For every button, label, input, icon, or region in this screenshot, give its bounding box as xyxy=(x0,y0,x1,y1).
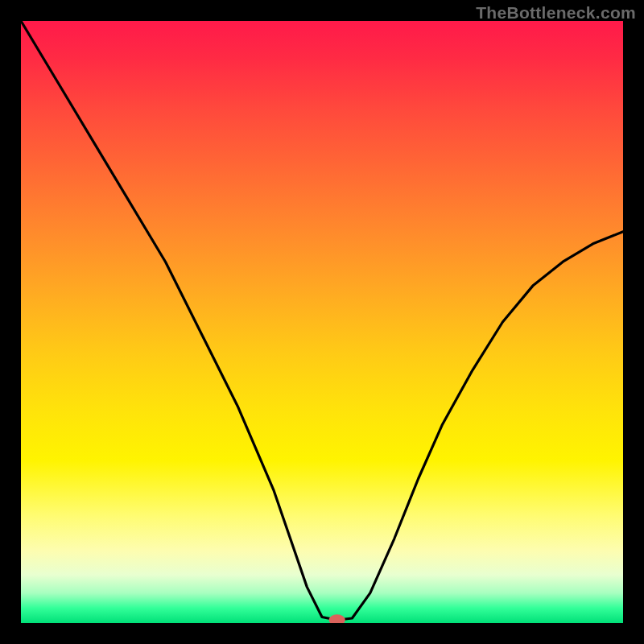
bottleneck-curve xyxy=(21,21,623,620)
curve-marker xyxy=(329,614,345,623)
chart-frame: TheBottleneck.com xyxy=(0,0,644,644)
curve-svg xyxy=(21,21,623,623)
plot-area xyxy=(21,21,623,623)
watermark-text: TheBottleneck.com xyxy=(476,3,636,23)
